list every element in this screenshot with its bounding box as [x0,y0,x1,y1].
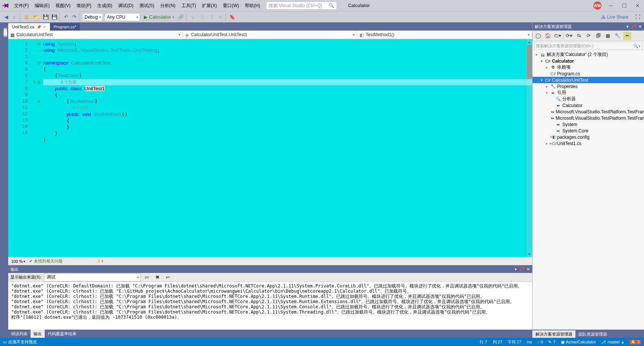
user-avatar[interactable]: WW [593,1,602,10]
redo-button[interactable]: ↷ [72,13,80,21]
menu-item[interactable]: 文件(F) [11,1,32,10]
save-button[interactable]: 💾 [42,13,50,21]
lightning-icon[interactable]: ⚡▾ [96,259,104,264]
preview-icon[interactable]: ▦ [604,32,612,40]
tab-error-list[interactable]: 错误列表 [8,330,31,338]
menu-item[interactable]: 窗口(W) [220,1,242,10]
panel-pin-icon[interactable]: 📌 [631,24,636,29]
tab-output[interactable]: 输出 [31,330,45,338]
panel-close-icon[interactable]: ✕ [638,24,642,29]
collapse-icon[interactable]: ⇆ [575,32,583,40]
new-project-button[interactable]: ▥ [22,13,31,21]
live-share-button[interactable]: 🖧 Live Share [601,15,628,20]
menu-item[interactable]: 视图(V) [53,1,73,10]
panel-dropdown-icon[interactable]: ▾ [515,267,517,272]
menu-item[interactable]: 测试(S) [136,1,157,10]
scroll-down-icon[interactable]: ▾ [526,251,532,257]
wordwrap-icon[interactable]: ↩ [164,273,172,281]
configuration-combo[interactable]: Debug [82,13,103,21]
csproj-icon: C# [545,59,550,64]
server-explorer-tab[interactable]: 服务器资源管理器 [3,25,8,336]
goto-icon[interactable]: ≔ [143,273,151,281]
platform-combo[interactable]: Any CPU [104,13,140,21]
reference-icon: ▪▪ [551,109,554,114]
close-button[interactable]: ✕ [634,1,642,10]
collapse-icon[interactable]: ⊟ [37,98,40,104]
panel-pin-icon[interactable]: 📌 [519,267,524,272]
tab-solution-explorer[interactable]: 解决方案资源管理器 [533,330,575,338]
solution-search-box[interactable]: 搜索解决方案资源管理器(Ctrl+;) 🔍▾ [534,42,643,50]
menu-item[interactable]: 扩展(X) [199,1,220,10]
output-source-combo[interactable]: 调试 [44,273,141,281]
wrench-icon[interactable]: 🔧 [613,32,622,40]
menu-item[interactable]: 编辑(E) [32,1,53,10]
search-icon: 🔍▾ [633,44,641,48]
solution-tree[interactable]: ▾🗂解决方案'Calculator' (2 个项目) ▾C#Calculator… [533,51,644,330]
branch-icon: ⎇ [601,340,606,345]
document-tabs: UnitTest1.cs 📌 ✕ Program.cs* [8,22,532,31]
undo-button[interactable]: ↶ [62,13,70,21]
show-all-icon[interactable]: ⟳ [584,32,593,40]
properties-icon[interactable]: 🗐 [594,32,602,40]
vertical-scrollbar[interactable]: ▴ ▾ [526,39,532,257]
outline-margin[interactable]: ✎ ⊟ ⊟ ⊟ ⊟ [31,39,43,257]
browser-link-icon[interactable]: 🔗 [178,13,186,21]
code-text[interactable]: using System; using Microsoft.VisualStud… [43,39,526,257]
collapse-icon[interactable]: ⊟ [37,60,40,66]
status-bar: ▭ 此项不支持预览 行 7 列 27 字符 27 Ins ↑ 0 ✎ 7 ▣ A… [0,338,644,346]
nav-project-combo[interactable]: ▦ CalculatorUnitTest [8,32,183,37]
nav-member-combo[interactable]: ◧ TestMethod1() [357,32,532,37]
menu-item[interactable]: 调试(D) [115,1,136,10]
sync-icon[interactable]: 🗀▾ [553,32,562,40]
nav-class-combo[interactable]: ◆ CalculatorUnitTest.UnitTest1 [183,32,358,37]
menu-item[interactable]: 工具(T) [179,1,199,10]
tab-code-coverage[interactable]: 代码覆盖率结果 [45,330,79,338]
clear-icon[interactable]: ✖ [154,273,162,281]
panel-dropdown-icon[interactable]: ▾ [626,24,629,29]
tab-team-explorer[interactable]: 团队资源管理器 [575,330,610,338]
collapse-icon[interactable]: ⊟ [37,41,40,47]
reference-icon: ▪▪ [556,128,561,133]
pin-icon[interactable]: 📌 [37,25,41,29]
nav-fwd-button[interactable]: ▸ [12,13,20,21]
back-icon[interactable]: ◯ [534,32,542,40]
menu-item[interactable]: 生成(B) [94,1,115,10]
collapse-icon[interactable]: ⊟ [37,79,40,85]
tab-unittest1[interactable]: UnitTest1.cs 📌 ✕ [8,23,50,31]
nav-back-button[interactable]: ◀ [2,13,10,21]
home-icon[interactable]: 🏠 [544,32,552,40]
menu-item[interactable]: 项目(P) [73,1,94,10]
no-issues-indicator[interactable]: ✔ 未找到相关问题 [29,258,63,264]
repo-name[interactable]: ▣ AchaoCalculator [561,340,596,345]
output-text[interactable]: "dotnet.exe" (CoreCLR: DefaultDomain): 已… [8,282,532,330]
save-all-button[interactable]: 💾 [51,13,60,21]
step-into-icon: ↘ [189,13,197,21]
menu-item[interactable]: 帮助(H) [242,1,263,10]
references-icon: ▪▪ [550,90,556,95]
analyzer-icon: 🔍 [556,97,561,102]
notifications-badge[interactable]: 🔔3 [629,340,641,345]
comment-icon: ≡ [218,13,226,21]
feedback-icon[interactable]: ⛶ [634,13,642,21]
filter-icon[interactable]: ━ [623,32,631,40]
close-icon[interactable]: ✕ [43,25,46,29]
global-search-box[interactable]: 搜索 Visual Studio (Ctrl+Q) 🔍 [266,1,337,10]
output-panel: 输出 ▾ 📌 ✕ 显示输出来源(S): 调试 ≔ ✖ ↩ "dotnet.exe… [8,265,532,338]
zoom-combo[interactable]: 100 %▾ [11,259,25,264]
maximize-button[interactable]: ☐ [620,1,628,10]
start-debug-button[interactable]: ▶ Calculator ▾ [142,13,177,21]
tab-programcs[interactable]: Program.cs* [50,23,80,31]
bookmark-icon[interactable]: 🔖 [228,13,236,21]
code-editor[interactable]: 123456789101112131415 ✎ ⊟ ⊟ ⊟ ⊟ using Sy… [8,39,532,257]
pencil-icon: ✎ [548,340,552,345]
refresh-icon[interactable]: ⟳▾ [565,32,573,40]
open-file-button[interactable]: 📂 [32,13,40,21]
panel-close-icon[interactable]: ✕ [527,267,530,272]
edits-count[interactable]: ✎ 7 [548,340,555,345]
pending-changes[interactable]: ↑ 0 [537,340,543,344]
scroll-up-icon[interactable]: ▴ [526,39,532,45]
branch-name[interactable]: ⎇ master ▴ [601,340,624,345]
menu-item[interactable]: 分析(N) [157,1,179,10]
reference-icon: ▪▪ [556,103,561,108]
minimize-button[interactable]: ─ [607,1,615,10]
